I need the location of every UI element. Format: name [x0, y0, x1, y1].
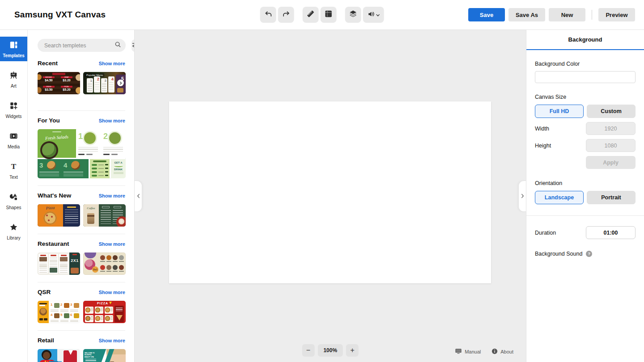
ruler-button[interactable] [303, 7, 319, 23]
menu-cell: 2 [60, 303, 69, 311]
help-icon[interactable]: ? [586, 251, 592, 257]
about-label: About [500, 349, 513, 354]
template-thumbnail-qsr-burger[interactable]: 1 2 3 4 [38, 301, 80, 323]
layers-button[interactable] [345, 7, 361, 23]
show-more-link[interactable]: Show more [99, 338, 125, 343]
nav-label: Library [7, 236, 21, 240]
menu-card [95, 315, 103, 322]
dish-photo [113, 265, 118, 270]
app-logo: Samsung VXT Canvas [14, 10, 106, 20]
orientation-options: Landscape Portrait [535, 191, 636, 204]
nav-label: Shapes [6, 205, 21, 210]
template-thumbnail-qsr-pizza[interactable]: PIZZA [83, 301, 126, 323]
template-thumbnail-fashion[interactable]: Pomme Rouge [38, 349, 80, 362]
filter-button[interactable] [131, 39, 135, 52]
menu-card [95, 307, 103, 314]
carousel-next-button[interactable] [117, 80, 124, 86]
full-hd-option[interactable]: Full HD [535, 105, 584, 118]
audio-button[interactable] [363, 7, 384, 23]
manual-link[interactable]: Manual [455, 348, 481, 355]
section-title: What's New [38, 192, 71, 199]
zoom-out-button[interactable]: − [302, 344, 314, 357]
search-icon[interactable] [114, 41, 121, 50]
zoom-level[interactable]: 100% [318, 344, 343, 357]
section-title: Retail [38, 337, 54, 344]
save-button[interactable]: Save [468, 8, 505, 21]
nav-item-library[interactable]: Library [0, 219, 27, 244]
menu-cell: 3 [70, 303, 79, 311]
burger-hero-panel [38, 301, 49, 323]
nav-item-text[interactable]: T Text [0, 158, 27, 183]
thumb-banner [52, 73, 65, 75]
template-thumbnail-pizza-menu[interactable]: Pizza [38, 204, 80, 227]
section-title: Recent [38, 60, 58, 67]
collapse-left-panel-handle[interactable] [135, 181, 142, 212]
nav-item-art[interactable]: Art [0, 67, 27, 92]
search-input[interactable] [43, 42, 114, 49]
zoom-in-button[interactable]: + [346, 344, 359, 357]
section-title: QSR [38, 289, 51, 295]
background-color-label: Background Color [535, 61, 636, 67]
model-photo [38, 349, 57, 362]
nav-item-widgets[interactable]: Widgets [0, 97, 27, 122]
background-sound-row: Background Sound ? [535, 251, 636, 257]
speaker-icon [367, 10, 375, 20]
template-thumbnail-spa[interactable]: WELCOME TO BLISSFUL BEAUTY SPA 30 [83, 349, 126, 362]
actions-divider [592, 10, 592, 20]
width-input[interactable] [586, 122, 636, 135]
nav-item-shapes[interactable]: Shapes [0, 189, 27, 213]
show-more-link[interactable]: Show more [99, 241, 125, 247]
portrait-option[interactable]: Portrait [587, 191, 636, 204]
show-more-link[interactable]: Show more [99, 290, 125, 295]
template-thumbnail-salad-board[interactable]: Fresh Salads 1 2 [38, 129, 126, 178]
burger-photo [39, 308, 47, 316]
template-search[interactable] [38, 39, 126, 52]
apply-button[interactable]: Apply [586, 156, 636, 169]
menu-card [85, 307, 93, 314]
menu-item: WINGS $3.50 [43, 86, 55, 91]
new-button[interactable]: New [549, 8, 585, 21]
offer-badge: 2x1 [92, 266, 98, 273]
custom-option[interactable]: Custom [587, 105, 636, 118]
tab-background[interactable]: Background [526, 30, 644, 50]
dish-photo [106, 255, 111, 260]
duration-input[interactable] [586, 226, 636, 239]
nav-label: Text [9, 175, 17, 180]
landscape-option[interactable]: Landscape [535, 191, 584, 204]
nav-item-media[interactable]: Media [0, 128, 27, 152]
template-thumbnail-popular-menu[interactable]: Popular Menu 1 2 3 4 5 [83, 72, 126, 94]
section-restaurant: Restaurant Show more [38, 234, 125, 282]
pizza-photo [43, 211, 57, 225]
show-more-link[interactable]: Show more [99, 118, 125, 123]
section-for-you: For You Show more Fresh Salads 1 [38, 110, 125, 185]
save-as-button[interactable]: Save As [508, 8, 545, 21]
redo-button[interactable] [278, 7, 294, 23]
menu-card [59, 254, 68, 274]
media-icon [9, 131, 18, 143]
nav-label: Widgets [5, 114, 21, 119]
show-more-link[interactable]: Show more [99, 61, 125, 66]
undo-button[interactable] [260, 7, 276, 23]
menu-cell: 4 [51, 313, 59, 322]
background-color-input[interactable] [535, 71, 636, 83]
background-sound-label: Background Sound [535, 251, 582, 257]
deco-blob [85, 253, 96, 258]
preview-button[interactable]: Preview [598, 8, 635, 21]
template-thumbnail-coffee-menu[interactable]: Coffee [83, 204, 126, 227]
nav-label: Art [11, 84, 17, 88]
guides-button[interactable] [321, 7, 337, 23]
menu-item: BURGER $4.50 [43, 76, 55, 82]
template-thumbnail-sushi-menu[interactable]: 2X1 [38, 253, 80, 275]
height-input[interactable] [586, 139, 636, 152]
template-thumbnail-grill-menu[interactable]: 2x1 [83, 253, 126, 275]
section-title: For You [38, 117, 60, 124]
about-link[interactable]: About [491, 348, 513, 355]
template-thumbnail-burger-menu[interactable]: BURGER $4.50 WRAP $3.20 WINGS $3.50 PIZZ… [38, 72, 80, 94]
nav-item-templates[interactable]: Templates [0, 37, 27, 61]
expand-right-panel-handle[interactable] [518, 181, 526, 212]
salad-pricelist-panel [90, 159, 110, 178]
section-recent: Recent Show more BURGER $4.50 WRAP $3.20 [38, 53, 125, 110]
design-canvas[interactable] [169, 101, 491, 283]
show-more-link[interactable]: Show more [99, 193, 125, 198]
food-photo [38, 74, 42, 80]
